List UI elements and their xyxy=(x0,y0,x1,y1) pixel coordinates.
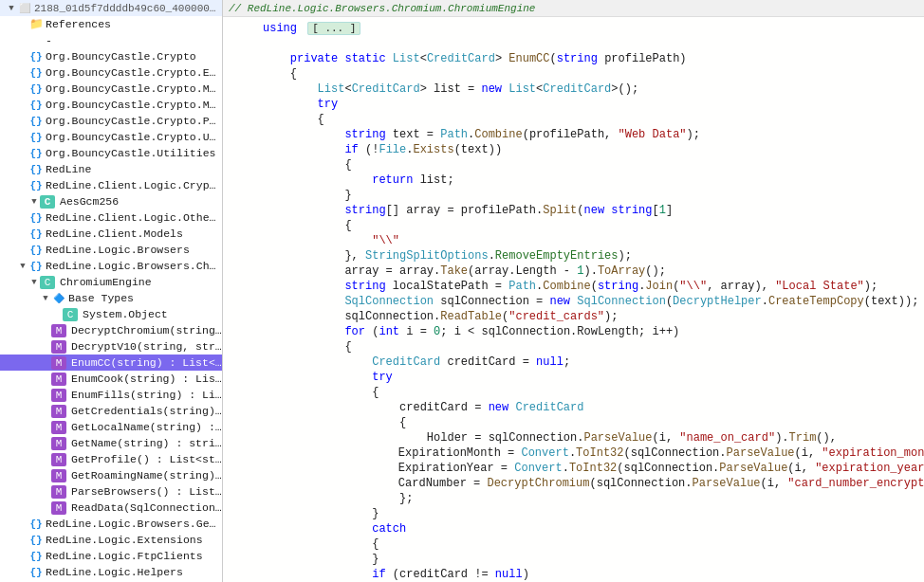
method-getroamingname[interactable]: M GetRoamingName(string) : string xyxy=(0,467,222,483)
node-basetypes[interactable]: ▼ 🔷 Base Types xyxy=(0,290,222,306)
breadcrumb-bar: // RedLine.Logic.Browsers.Chromium.Chrom… xyxy=(223,0,924,17)
ns-bouncycastle3[interactable]: {} Org.BouncyCastle.Crypto.Modes xyxy=(0,81,222,97)
code-line-sqlconn: SqlConnection sqlConnection = new SqlCon… xyxy=(223,294,924,309)
code-line-for: for (int i = 0; i < sqlConnection.RowLen… xyxy=(223,324,924,339)
code-line-blank xyxy=(223,36,924,51)
ns-bouncycastle1[interactable]: {} Org.BouncyCastle.Crypto xyxy=(0,48,222,64)
method-getname[interactable]: M GetName(string) : string xyxy=(0,435,222,451)
references-label: References xyxy=(46,18,111,30)
ns-redlineclient2[interactable]: {} RedLine.Client.Logic.Others xyxy=(0,209,222,226)
assembly-icon: ⬜ xyxy=(17,2,32,15)
ns-redlinelogicchromium[interactable]: ▼ {} RedLine.Logic.Browsers.Chromium xyxy=(0,258,222,274)
code-line-expyear: ExpirationYear = Convert.ToInt32(sqlConn… xyxy=(223,461,924,476)
code-line-close1: } xyxy=(223,188,924,203)
assembly-label: 2188_01d5f7ddddb49c60_400000 (1.0.0.0) xyxy=(34,3,222,14)
code-line-holder: Holder = sqlConnection.ParseValue(i, "na… xyxy=(223,430,924,446)
code-line-using: using [ ... ] xyxy=(223,21,924,36)
method-getlocalname[interactable]: M GetLocalName(string) : string xyxy=(0,419,222,435)
code-line-catch1: catch xyxy=(223,521,924,537)
code-line-close3: } xyxy=(223,506,924,521)
code-line-return1: return list; xyxy=(223,173,924,188)
method-decryptv10[interactable]: M DecryptV10(string, string) : string xyxy=(0,338,222,355)
code-line-close4: } xyxy=(223,552,924,567)
class-aesgcm256[interactable]: ▼ C AesGcm256 xyxy=(0,193,222,209)
class-systemobject[interactable]: C System.Object xyxy=(0,306,222,322)
code-line-open2: { xyxy=(223,112,924,127)
code-line-open3: { xyxy=(223,157,924,173)
ns-ftpclients[interactable]: {} RedLine.Logic.FtpClients xyxy=(0,548,222,564)
code-line-take: array = array.Take(array.Length - 1).ToA… xyxy=(223,264,924,279)
code-line-newcc: creditCard = new CreditCard xyxy=(223,400,924,415)
method-enumcook[interactable]: M EnumCook(string) : List<Cookie> xyxy=(0,371,222,387)
code-line-open8: { xyxy=(223,537,924,552)
code-line-list: List<CreditCard> list = new List<CreditC… xyxy=(223,82,924,97)
ns-bouncycastle4[interactable]: {} Org.BouncyCastle.Crypto.Modes.Gcm xyxy=(0,97,222,113)
method-enumcc[interactable]: M EnumCC(string) : List<CreditCard> xyxy=(0,355,222,371)
code-line-text: string text = Path.Combine(profilePath, … xyxy=(223,127,924,142)
code-line-open7: { xyxy=(223,415,924,430)
sidebar-panel[interactable]: ▼ ⬜ 2188_01d5f7ddddb49c60_400000 (1.0.0.… xyxy=(0,0,223,582)
ns-redlinelogic1[interactable]: {} RedLine.Logic.Browsers xyxy=(0,242,222,258)
code-line-close2: }; xyxy=(223,491,924,506)
code-line-try1: try xyxy=(223,97,924,112)
code-line-localstate: string localStatePath = Path.Combine(str… xyxy=(223,279,924,294)
method-decryptchromium[interactable]: M DecryptChromium(string, string) : xyxy=(0,322,222,338)
code-line-method-sig: private static List<CreditCard> EnumCC(s… xyxy=(223,51,924,66)
references-node[interactable]: 📁 References xyxy=(0,16,222,32)
ns-bouncycastle7[interactable]: {} Org.BouncyCastle.Utilities xyxy=(0,145,222,161)
code-line-backslash: "\\" xyxy=(223,233,924,248)
assembly-node[interactable]: ▼ ⬜ 2188_01d5f7ddddb49c60_400000 (1.0.0.… xyxy=(0,0,222,16)
method-getprofile[interactable]: M GetProfile() : List<string> xyxy=(0,451,222,467)
ns-redline[interactable]: {} RedLine xyxy=(0,161,222,177)
code-line-try2: try xyxy=(223,370,924,385)
code-line-expmonth: ExpirationMonth = Convert.ToInt32(sqlCon… xyxy=(223,446,924,461)
expand-icon: ▼ xyxy=(6,4,17,13)
code-editor[interactable]: using [ ... ] private static List<Credit… xyxy=(223,17,924,582)
code-line-if1: if (!File.Exists(text)) xyxy=(223,142,924,157)
code-line-cardnum: CardNumber = DecryptChromium(sqlConnecti… xyxy=(223,476,924,491)
ns-bouncycastle6[interactable]: {} Org.BouncyCastle.Crypto.Utilities xyxy=(0,129,222,145)
ns-bouncycastle5[interactable]: {} Org.BouncyCastle.Crypto.Parameters xyxy=(0,113,222,129)
code-line-open5: { xyxy=(223,339,924,355)
ns-gecko[interactable]: {} RedLine.Logic.Browsers.Gecko xyxy=(0,516,222,532)
method-enumfills[interactable]: M EnumFills(string) : List<Autofill> xyxy=(0,387,222,403)
dash-item: - xyxy=(0,32,222,48)
ns-bouncycastle2[interactable]: {} Org.BouncyCastle.Crypto.Engines xyxy=(0,64,222,81)
code-line-open6: { xyxy=(223,385,924,400)
code-line-if2: if (creditCard != null) xyxy=(223,567,924,582)
code-line-open1: { xyxy=(223,66,924,82)
method-parsebrowsers[interactable]: M ParseBrowsers() : List<Browser> xyxy=(0,483,222,500)
class-chromiumengine[interactable]: ▼ C ChromiumEngine xyxy=(0,274,222,290)
breadcrumb-text: // RedLine.Logic.Browsers.Chromium.Chrom… xyxy=(229,3,535,14)
ns-redlineclient3[interactable]: {} RedLine.Client.Models xyxy=(0,226,222,242)
method-readdata[interactable]: M ReadData(SqlConnection, int, strin xyxy=(0,500,222,516)
ns-redlineclient1[interactable]: {} RedLine.Client.Logic.Crypto xyxy=(0,177,222,193)
code-line-array: string[] array = profilePath.Split(new s… xyxy=(223,203,924,218)
code-line-open4: { xyxy=(223,218,924,233)
ns-helpers[interactable]: {} RedLine.Logic.Helpers xyxy=(0,564,222,580)
ns-extensions[interactable]: {} RedLine.Logic.Extensions xyxy=(0,532,222,548)
main-content-area: // RedLine.Logic.Browsers.Chromium.Chrom… xyxy=(223,0,924,582)
code-line-splitopts: }, StringSplitOptions.RemoveEmptyEntries… xyxy=(223,248,924,264)
references-icon: 📁 xyxy=(28,18,44,31)
code-line-creditcard: CreditCard creditCard = null; xyxy=(223,355,924,370)
code-line-readtable: sqlConnection.ReadTable("credit_cards"); xyxy=(223,309,924,324)
method-getcredentials[interactable]: M GetCredentials(string) : List<Login xyxy=(0,403,222,419)
